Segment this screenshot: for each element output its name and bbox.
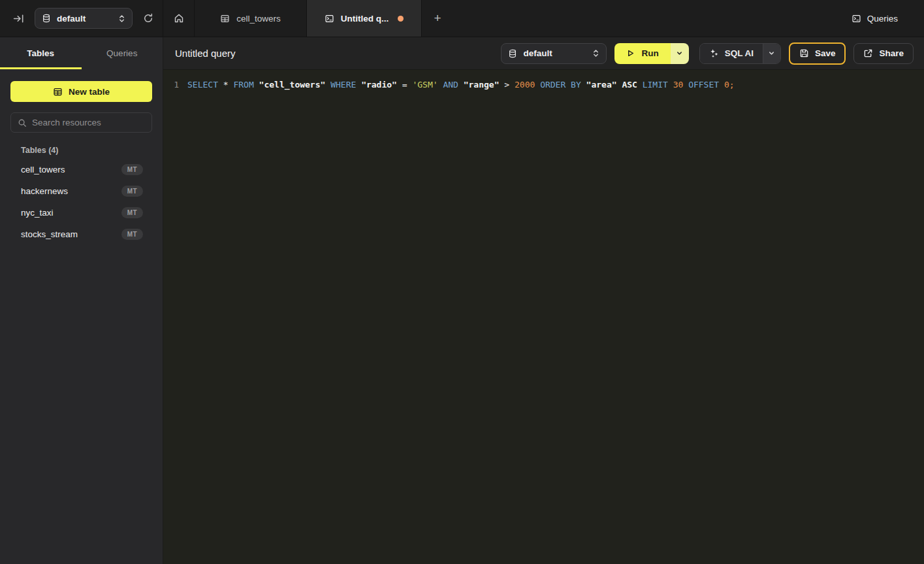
collapse-sidebar-icon — [13, 13, 24, 24]
table-icon — [220, 14, 230, 24]
save-button[interactable]: Save — [789, 42, 846, 65]
query-title: Untitled query — [175, 48, 236, 59]
table-engine-badge: MT — [121, 207, 143, 218]
chevron-down-icon — [676, 50, 683, 57]
queries-button[interactable]: Queries — [852, 0, 924, 37]
query-icon — [325, 14, 334, 24]
table-item-cell-towers[interactable]: cell_towers MT — [0, 159, 163, 180]
tab-label: Untitled q... — [341, 14, 389, 24]
main-panel: Untitled query default Run — [163, 37, 924, 564]
table-engine-badge: MT — [121, 229, 143, 240]
topbar: default cell_towers — [0, 0, 924, 37]
sql-code: SELECT * FROM "cell_towers" WHERE "radio… — [187, 78, 735, 91]
table-name: nyc_taxi — [21, 208, 54, 218]
updown-chevron-icon — [592, 48, 599, 58]
table-name: hackernews — [21, 186, 68, 196]
sql-ai-button[interactable]: SQL AI — [700, 44, 763, 63]
home-icon — [174, 13, 184, 24]
app-window: default cell_towers — [0, 0, 924, 564]
search-box — [10, 112, 152, 133]
refresh-icon — [143, 13, 153, 24]
tab-untitled-query[interactable]: Untitled q... — [307, 0, 422, 37]
play-icon — [626, 49, 635, 58]
share-button-label: Share — [879, 48, 904, 58]
run-button-label: Run — [641, 48, 658, 58]
run-button[interactable]: Run — [614, 43, 670, 64]
table-engine-badge: MT — [121, 164, 143, 175]
topbar-spacer — [453, 0, 852, 37]
toolbar-database-value: default — [523, 48, 552, 58]
run-button-group: Run — [614, 43, 688, 64]
new-tab-button[interactable]: + — [422, 0, 453, 37]
topbar-tabs: cell_towers Untitled q... + — [163, 0, 453, 37]
table-item-stocks-stream[interactable]: stocks_stream MT — [0, 224, 163, 245]
search-icon — [18, 118, 27, 127]
sql-editor[interactable]: 1 SELECT * FROM "cell_towers" WHERE "rad… — [163, 70, 924, 564]
unsaved-indicator-dot — [398, 16, 404, 22]
save-button-label: Save — [815, 48, 836, 58]
updown-chevron-icon — [118, 14, 125, 24]
sparkles-icon — [709, 48, 719, 58]
table-name: cell_towers — [21, 165, 65, 174]
topbar-left: default — [0, 0, 163, 37]
line-number: 1 — [163, 78, 179, 91]
queries-button-label: Queries — [867, 14, 898, 24]
sidebar-tab-tables[interactable]: Tables — [0, 37, 82, 69]
table-engine-badge: MT — [121, 186, 143, 197]
code-line: 1 SELECT * FROM "cell_towers" WHERE "rad… — [163, 78, 924, 91]
queries-icon — [852, 14, 861, 24]
search-input[interactable] — [32, 118, 145, 127]
sidebar: Tables Queries New table Tables (4) — [0, 37, 163, 564]
tab-cell-towers[interactable]: cell_towers — [195, 0, 307, 37]
table-name: stocks_stream — [21, 229, 78, 239]
collapse-sidebar-button[interactable] — [12, 12, 25, 25]
sidebar-tab-queries[interactable]: Queries — [82, 37, 163, 69]
share-button[interactable]: Share — [853, 43, 914, 64]
topbar-database-value: default — [57, 14, 86, 24]
table-list: cell_towers MT hackernews MT nyc_taxi MT… — [0, 159, 163, 245]
tab-home[interactable] — [163, 0, 195, 37]
query-toolbar: Untitled query default Run — [163, 37, 924, 70]
sidebar-tab-label: Tables — [27, 48, 54, 58]
sidebar-tabs: Tables Queries — [0, 37, 163, 69]
chevron-down-icon — [768, 50, 775, 57]
tab-label: cell_towers — [236, 14, 281, 24]
tables-section-title: Tables (4) — [21, 146, 152, 155]
sql-ai-button-group: SQL AI — [699, 43, 781, 64]
sidebar-tab-label: Queries — [106, 48, 137, 58]
table-item-hackernews[interactable]: hackernews MT — [0, 180, 163, 202]
save-icon — [799, 48, 809, 58]
database-icon — [508, 49, 517, 58]
sql-ai-button-label: SQL AI — [725, 48, 754, 58]
table-item-nyc-taxi[interactable]: nyc_taxi MT — [0, 202, 163, 224]
topbar-database-selector[interactable]: default — [35, 8, 133, 29]
refresh-button[interactable] — [142, 12, 155, 25]
sql-ai-options-button[interactable] — [763, 44, 780, 63]
database-icon — [42, 14, 51, 23]
share-icon — [863, 48, 873, 58]
run-options-button[interactable] — [671, 43, 689, 64]
new-table-label: New table — [69, 87, 110, 97]
table-icon — [53, 87, 63, 97]
toolbar-database-selector[interactable]: default — [501, 43, 607, 64]
new-table-button[interactable]: New table — [10, 81, 152, 102]
